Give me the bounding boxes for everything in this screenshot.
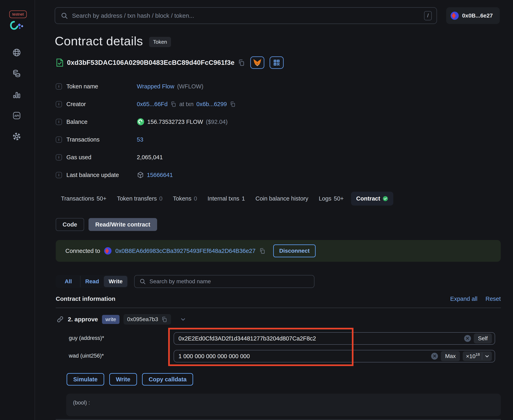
read-write-contract-tab-button[interactable]: Read/Write contract [88, 218, 157, 231]
link-icon[interactable] [57, 316, 64, 323]
copy-txn-icon[interactable] [230, 101, 236, 107]
transactions-count-link[interactable]: 53 [137, 136, 143, 143]
self-button[interactable]: Self [474, 333, 492, 344]
search-icon [139, 278, 146, 285]
tab-internal-txns[interactable]: Internal txns1 [202, 192, 250, 206]
filter-read[interactable]: Read [80, 276, 104, 287]
token-name-label: Token name [66, 83, 137, 90]
network-badge: testnet [9, 10, 27, 18]
contract-details-page: { "colors": { "accent_blue": "#76a9ef", … [0, 0, 513, 420]
copy-wallet-address-icon[interactable] [259, 248, 265, 254]
block-cube-icon [137, 171, 144, 179]
stats-chart-icon[interactable] [12, 90, 21, 99]
info-icon: i [56, 119, 62, 125]
info-row-creator: i Creator 0x65...66Fd at txn 0x6b...6299 [56, 99, 236, 109]
tab-token-transfers[interactable]: Token transfers0 [112, 192, 168, 206]
output-type-text: (bool) : [73, 400, 90, 406]
expand-all-link[interactable]: Expand all [450, 296, 477, 302]
guy-field-label: guy (address)* [69, 335, 104, 341]
method-search-input[interactable] [149, 278, 309, 285]
add-to-metamask-button[interactable] [250, 56, 264, 69]
disconnect-button[interactable]: Disconnect [273, 244, 316, 257]
search-shortcut-hint: / [424, 11, 432, 20]
tab-transactions[interactable]: Transactions50+ [56, 192, 112, 206]
guy-input[interactable] [178, 335, 461, 342]
tab-logs[interactable]: Logs50+ [314, 192, 349, 206]
api-icon[interactable]: API [12, 111, 21, 120]
copy-address-icon[interactable] [238, 59, 245, 66]
info-row-last-balance-update: i Last balance update 15666641 [56, 170, 173, 180]
write-badge: write [102, 315, 119, 324]
connected-to-text: Connected to [65, 248, 100, 254]
method-selector: 0x095ea7b3 [127, 316, 158, 322]
search-icon [61, 12, 68, 19]
gas-used-value: 2,065,041 [137, 154, 163, 161]
wad-input[interactable] [178, 353, 428, 360]
chevron-down-icon[interactable] [180, 316, 186, 322]
account-address: 0x0B...6e27 [462, 13, 493, 19]
method-selector-chip[interactable]: 0x095ea7b3 [124, 314, 171, 325]
page-title: Contract details [55, 34, 143, 48]
app-logo[interactable] [10, 20, 25, 30]
chevron-down-icon[interactable] [484, 353, 490, 359]
account-button[interactable]: 0x0B...6e27 [446, 7, 500, 24]
method-approve-header[interactable]: 2. approve write 0x095ea7b3 [57, 314, 186, 325]
clear-guy-icon[interactable]: ✕ [464, 335, 471, 342]
info-icon: i [56, 172, 62, 178]
info-icon: i [56, 154, 62, 160]
gas-used-label: Gas used [66, 154, 137, 161]
clear-wad-icon[interactable]: ✕ [431, 353, 438, 360]
token-symbol: (WFLOW) [177, 83, 203, 90]
copy-calldata-button[interactable]: Copy calldata [142, 373, 193, 386]
tab-tokens[interactable]: Tokens0 [168, 192, 202, 206]
filter-write[interactable]: Write [104, 276, 127, 287]
tokens-coins-icon[interactable] [12, 69, 21, 78]
info-row-gas-used: i Gas used 2,065,041 [56, 152, 163, 162]
verified-contract-icon [56, 58, 64, 67]
last-balance-update-block-link[interactable]: 15666641 [147, 172, 173, 178]
token-name-link[interactable]: Wrapped Flow [137, 83, 174, 90]
simulate-button[interactable]: Simulate [66, 373, 104, 386]
balance-usd: ($92.04) [206, 119, 227, 125]
qr-code-button[interactable] [270, 56, 284, 69]
tab-contract[interactable]: Contract [351, 192, 393, 206]
multiplier-divider [482, 352, 482, 360]
creation-txn-link[interactable]: 0x6b...6299 [196, 101, 227, 107]
method-name: 2. approve [68, 316, 98, 323]
wallet-avatar [104, 247, 112, 255]
token-type-badge: Token [149, 37, 171, 47]
max-button[interactable]: Max [441, 351, 460, 361]
svg-text:API: API [14, 114, 19, 117]
flow-coin-icon [137, 118, 144, 126]
code-tab-button[interactable]: Code [56, 218, 84, 231]
global-search: / [55, 7, 437, 24]
contract-information-header: Contract information Expand all Reset [56, 294, 501, 304]
at-txn-text: at txn [179, 101, 194, 107]
transactions-label: Transactions [66, 136, 137, 143]
wad-field: ✕ Max ×1018 [174, 350, 495, 362]
write-button[interactable]: Write [109, 373, 137, 386]
bottom-divider [56, 419, 501, 420]
creator-address-link[interactable]: 0x65...66Fd [137, 101, 168, 107]
address-tabs: Transactions50+ Token transfers0 Tokens0… [56, 192, 393, 206]
reset-link[interactable]: Reset [485, 296, 501, 302]
info-icon: i [56, 136, 62, 143]
connected-wallet-address[interactable]: 0x0B8EA6d6983cCBa39275493FEf648a2D64B36e… [116, 248, 256, 254]
multiplier-dropdown[interactable]: ×1018 [463, 351, 492, 361]
balance-value: 156.73532723 FLOW [147, 119, 203, 125]
gear-icon[interactable] [12, 132, 21, 141]
page-header: Contract details Token [55, 34, 171, 48]
guy-field: ✕ Self [174, 332, 495, 345]
sidebar: testnet API [0, 0, 35, 420]
filter-all[interactable]: All [57, 276, 80, 287]
copy-creator-icon[interactable] [170, 101, 176, 107]
last-balance-update-label: Last balance update [66, 172, 137, 178]
search-input[interactable] [72, 12, 420, 19]
contract-address-row: 0xd3bF53DAC106A0290B0483EcBC89d40FcC961f… [56, 57, 284, 69]
copy-selector-icon[interactable] [161, 316, 167, 322]
info-icon: i [56, 101, 62, 107]
balance-label: Balance [66, 119, 137, 125]
avatar [450, 11, 459, 20]
tab-coin-balance-history[interactable]: Coin balance history [250, 192, 314, 206]
network-globe-icon[interactable] [12, 48, 21, 57]
